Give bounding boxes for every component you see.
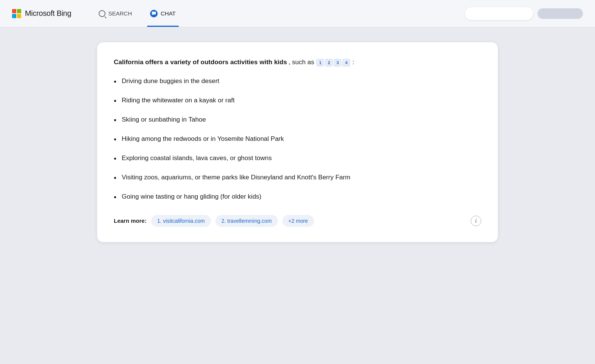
- response-header: California offers a variety of outdoors …: [114, 57, 481, 67]
- list-item: Visiting zoos, aquariums, or theme parks…: [114, 173, 481, 184]
- list-item: Exploring coastal islands, lava caves, o…: [114, 153, 481, 164]
- header-right: [465, 7, 583, 20]
- search-label: SEARCH: [108, 10, 132, 17]
- chat-icon: [150, 10, 158, 17]
- learn-more-label: Learn more:: [114, 217, 147, 224]
- logo-text: Microsoft Bing: [25, 9, 71, 18]
- list-item: Riding the whitewater on a kayak or raft: [114, 96, 481, 106]
- header-pill-large: [465, 7, 533, 20]
- header-pill-small: [538, 8, 583, 19]
- list-item-text: Skiing or sunbathing in Tahoe: [122, 115, 206, 125]
- chat-label: CHAT: [161, 10, 176, 17]
- learn-more-link-2[interactable]: 2. travellemming.com: [215, 215, 278, 227]
- list-item-text: Driving dune buggies in the desert: [122, 76, 219, 86]
- citation-badge-3[interactable]: 3: [334, 59, 341, 66]
- nav-search[interactable]: SEARCH: [90, 0, 141, 27]
- nav-bar: SEARCH CHAT: [90, 0, 185, 27]
- list-item: Hiking among the redwoods or in Yosemite…: [114, 134, 481, 145]
- learn-more-link-1[interactable]: 1. visitcalifornia.com: [151, 215, 211, 227]
- citation-badge-1[interactable]: 1: [316, 59, 324, 66]
- activity-list: Driving dune buggies in the desert Ridin…: [114, 76, 481, 203]
- info-icon[interactable]: i: [471, 216, 481, 226]
- list-item: Driving dune buggies in the desert: [114, 76, 481, 87]
- microsoft-logo: [12, 9, 21, 18]
- response-colon: :: [352, 57, 354, 67]
- citation-badge-2[interactable]: 2: [325, 59, 333, 66]
- list-item: Skiing or sunbathing in Tahoe: [114, 115, 481, 126]
- list-item-text: Hiking among the redwoods or in Yosemite…: [122, 134, 284, 144]
- header: Microsoft Bing SEARCH CHAT: [0, 0, 595, 27]
- citation-badge-4[interactable]: 4: [342, 59, 350, 66]
- chat-response-card: California offers a variety of outdoors …: [97, 42, 498, 242]
- logo-area: Microsoft Bing: [12, 9, 71, 18]
- list-item-text: Visiting zoos, aquariums, or theme parks…: [122, 173, 350, 182]
- citation-badges: 1 2 3 4: [316, 59, 350, 66]
- nav-chat[interactable]: CHAT: [141, 0, 185, 27]
- main-content: California offers a variety of outdoors …: [0, 27, 595, 257]
- list-item-text: Going wine tasting or hang gliding (for …: [122, 192, 261, 202]
- search-icon: [99, 10, 105, 17]
- response-intro-text: , such as: [288, 57, 314, 67]
- learn-more-section: Learn more: 1. visitcalifornia.com 2. tr…: [114, 215, 481, 227]
- list-item-text: Riding the whitewater on a kayak or raft: [122, 96, 235, 105]
- list-item: Going wine tasting or hang gliding (for …: [114, 192, 481, 203]
- response-bold-text: California offers a variety of outdoors …: [114, 57, 287, 67]
- info-icon-label: i: [475, 218, 477, 224]
- learn-more-link-more[interactable]: +2 more: [282, 215, 314, 227]
- list-item-text: Exploring coastal islands, lava caves, o…: [122, 153, 272, 163]
